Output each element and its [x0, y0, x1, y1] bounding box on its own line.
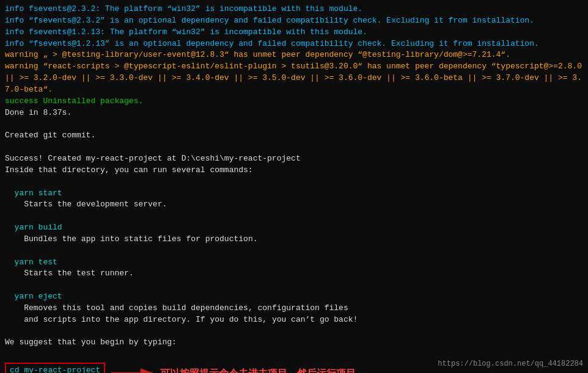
log-line	[5, 118, 583, 130]
log-line: Removes this tool and copies build depen…	[5, 303, 583, 314]
log-line: Bundles the app into static files for pr…	[5, 234, 583, 245]
log-line: info “fsevents@1.2.13” is an optional de…	[5, 38, 583, 50]
log-line	[5, 142, 583, 153]
watermark: https://blog.csdn.net/qq_44182284	[438, 359, 583, 369]
log-line: warning „ > @testing-library/user-event@…	[5, 49, 583, 61]
terminal: info fsevents@2.3.2: The platform “win32…	[0, 0, 588, 373]
log-line: Created git commit.	[5, 130, 583, 142]
log-line: Inside that directory, you can run sever…	[5, 165, 583, 176]
log-line: info fsevents@1.2.13: The platform “win3…	[5, 27, 583, 38]
log-line	[5, 245, 583, 257]
log-line: warning “react-scripts > @typescript-esl…	[5, 61, 583, 96]
arrow-icon	[111, 364, 160, 373]
log-line	[5, 176, 583, 188]
log-line: info “fsevents@2.3.2” is an optional dep…	[5, 15, 583, 27]
log-line: Starts the development server.	[5, 199, 583, 211]
log-line: success Uninstalled packages.	[5, 96, 583, 107]
log-line: Starts the test runner.	[5, 268, 583, 280]
log-line: info fsevents@2.3.2: The platform “win32…	[5, 4, 583, 15]
log-line	[5, 211, 583, 222]
boxed-command-line: cd my-react-project	[10, 365, 100, 373]
log-line: Success! Created my-react-project at D:\…	[5, 153, 583, 165]
log-line	[5, 326, 583, 338]
log-line	[5, 280, 583, 291]
log-line: We suggest that you begin by typing:	[5, 337, 583, 349]
log-line: Done in 8.37s.	[5, 107, 583, 119]
boxed-commands: cd my-react-project yarn start	[5, 363, 105, 373]
log-line: yarn start	[5, 188, 583, 200]
log-line: yarn eject	[5, 291, 583, 303]
log-line: yarn build	[5, 222, 583, 234]
log-line: and scripts into the app directory. If y…	[5, 314, 583, 326]
log-line: yarn test	[5, 257, 583, 269]
annotation-text: 可以按照提示命令去进去项目，然后运行项目	[160, 366, 356, 373]
